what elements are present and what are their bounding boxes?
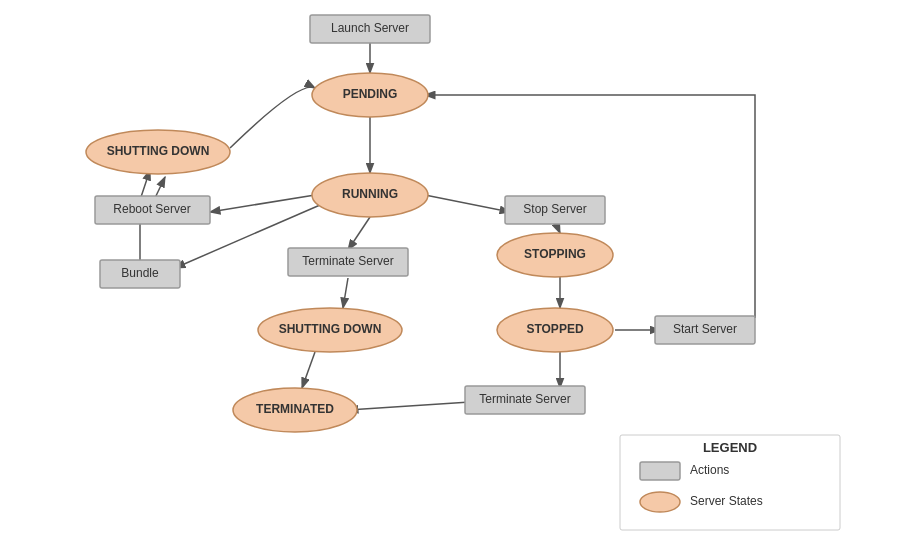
arrow-terminate-bottom-terminated <box>348 402 470 410</box>
reboot-server-label: Reboot Server <box>113 202 190 216</box>
stopping-label: STOPPING <box>524 247 586 261</box>
legend-action-label: Actions <box>690 463 729 477</box>
terminate-server-bottom-label: Terminate Server <box>479 392 570 406</box>
stop-server-label: Stop Server <box>523 202 586 216</box>
shutting-down-top-label: SHUTTING DOWN <box>107 144 210 158</box>
stopped-label: STOPPED <box>526 322 583 336</box>
arrow-terminate-shuttingdown-bottom <box>343 278 348 308</box>
legend-action-rect <box>640 462 680 480</box>
running-label: RUNNING <box>342 187 398 201</box>
arrow-shuttingdown-pending <box>230 87 315 148</box>
start-server-label: Start Server <box>673 322 737 336</box>
arrow-running-stopserver <box>425 195 510 212</box>
legend-state-label: Server States <box>690 494 763 508</box>
pending-label: PENDING <box>343 87 398 101</box>
launch-server-label: Launch Server <box>331 21 409 35</box>
terminate-server-top-label: Terminate Server <box>302 254 393 268</box>
bundle-label: Bundle <box>121 266 159 280</box>
arrow-stopserver-stopping <box>557 226 560 233</box>
legend-title: LEGEND <box>703 440 757 455</box>
diagram-svg: Launch Server Reboot Server Bundle Termi… <box>0 0 900 560</box>
arrow-running-reboot <box>210 195 315 212</box>
diagram-container: Launch Server Reboot Server Bundle Termi… <box>0 0 900 560</box>
shutting-down-bottom-label: SHUTTING DOWN <box>279 322 382 336</box>
legend-state-ellipse <box>640 492 680 512</box>
arrow-shuttingdown-terminated <box>302 352 315 388</box>
arrow-running-terminate-top <box>348 217 370 250</box>
arrow-reboot-shuttingdown <box>155 177 165 198</box>
terminated-label: TERMINATED <box>256 402 334 416</box>
